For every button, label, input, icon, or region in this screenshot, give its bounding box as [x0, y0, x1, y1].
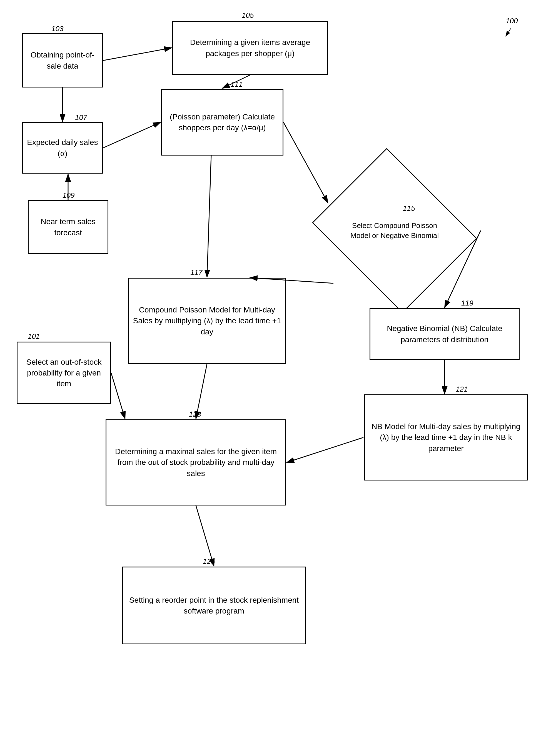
label-117: 117 [190, 268, 202, 277]
label-100: 100 [506, 17, 518, 25]
box-119-text: Negative Binomial (NB) Calculate paramet… [374, 323, 515, 345]
box-125-text: Setting a reorder point in the stock rep… [127, 595, 301, 616]
box-101-text: Select an out-of-stock probability for a… [21, 357, 106, 389]
box-119: Negative Binomial (NB) Calculate paramet… [370, 308, 520, 360]
label-103: 103 [51, 24, 63, 33]
label-125: 125 [203, 557, 215, 566]
label-109: 109 [62, 191, 74, 200]
label-105: 105 [242, 11, 254, 20]
svg-line-1 [103, 48, 172, 61]
box-107: Expected daily sales (α) [22, 122, 103, 174]
box-117: Compound Poisson Model for Multi-day Sal… [128, 278, 286, 364]
svg-line-5 [103, 122, 161, 148]
box-121: NB Model for Multi-day sales by multiply… [364, 394, 528, 480]
label-119: 119 [461, 299, 473, 307]
svg-line-12 [111, 373, 125, 419]
label-101: 101 [28, 332, 40, 341]
label-107: 107 [75, 113, 87, 122]
box-123-text: Determining a maximal sales for the give… [110, 446, 282, 479]
box-125: Setting a reorder point in the stock rep… [122, 567, 306, 644]
box-121-text: NB Model for Multi-day sales by multiply… [369, 421, 523, 454]
box-123: Determining a maximal sales for the give… [106, 419, 286, 505]
label-111: 111 [230, 80, 242, 89]
box-111: (Poisson parameter) Calculate shoppers p… [161, 89, 284, 156]
box-109-text: Near term sales forecast [32, 216, 104, 238]
box-103-text: Obtaining point-of-sale data [27, 49, 98, 71]
box-111-text: (Poisson parameter) Calculate shoppers p… [166, 111, 279, 133]
diamond-115-text: Select Compound Poisson Model or Negativ… [345, 218, 445, 244]
box-109: Near term sales forecast [28, 200, 108, 254]
box-107-text: Expected daily sales (α) [27, 137, 98, 159]
svg-line-7 [207, 156, 211, 277]
svg-line-11 [287, 437, 364, 462]
diamond-115: Select Compound Poisson Model or Negativ… [309, 167, 481, 294]
box-105: Determining a given items average packag… [172, 21, 328, 75]
box-103: Obtaining point-of-sale data [22, 33, 103, 87]
svg-line-15 [506, 28, 511, 36]
label-123: 123 [189, 410, 201, 419]
box-117-text: Compound Poisson Model for Multi-day Sal… [132, 304, 282, 337]
label-115: 115 [403, 204, 415, 213]
flowchart-diagram: 100 Obtaining point-of-sale data 103 Det… [0, 0, 551, 756]
box-105-text: Determining a given items average packag… [177, 37, 323, 59]
box-101: Select an out-of-stock probability for a… [17, 342, 111, 404]
label-121: 121 [456, 385, 468, 394]
